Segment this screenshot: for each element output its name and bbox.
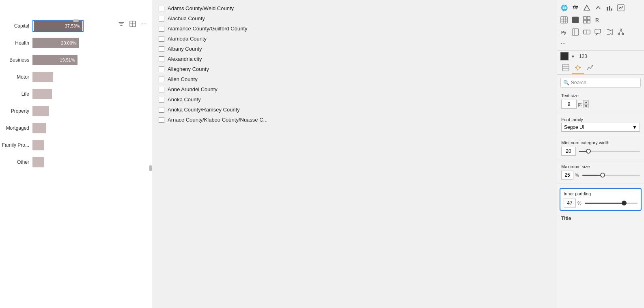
resize-handle-top[interactable]: [73, 19, 79, 22]
bar-life[interactable]: [32, 89, 52, 99]
svg-rect-6: [611, 9, 612, 11]
map-icon[interactable]: 🗺: [570, 2, 581, 13]
bar-chart-icon[interactable]: [604, 2, 615, 13]
min-category-section: Minimum category width: [557, 138, 644, 158]
number-badge: 123: [579, 53, 587, 59]
search-icon: 🔍: [563, 80, 569, 86]
text-size-up[interactable]: ▲: [583, 100, 589, 104]
max-size-thumb[interactable]: [600, 173, 605, 178]
svg-point-27: [622, 33, 624, 35]
fill-icon[interactable]: [570, 15, 581, 25]
bar-capital[interactable]: 37.53%: [34, 21, 82, 31]
svg-rect-17: [587, 20, 590, 23]
tab-analytics[interactable]: [584, 62, 596, 74]
county-checkbox-alexandria[interactable]: [159, 56, 164, 62]
max-size-input[interactable]: [561, 171, 573, 180]
bar-row-motor[interactable]: Motor: [0, 71, 148, 83]
county-item-allen[interactable]: Allen County: [157, 74, 552, 84]
county-item-alamance[interactable]: Alamance County/Guilford County: [157, 24, 552, 34]
chart2-icon[interactable]: [616, 2, 626, 13]
color-dropdown-arrow[interactable]: ▼: [571, 54, 575, 59]
font-family-dropdown[interactable]: Segoe UI ▼: [561, 123, 640, 132]
more-icons-dots[interactable]: ···: [559, 39, 642, 48]
county-checkbox-alachua[interactable]: [159, 16, 164, 21]
county-item-allegheny[interactable]: Allegheny County: [157, 64, 552, 74]
county-item-anoka[interactable]: Anoka County: [157, 94, 552, 105]
resize-handle-right[interactable]: [149, 165, 152, 171]
title-section: Title: [557, 213, 644, 225]
bar-business[interactable]: 19.51%: [32, 55, 78, 65]
county-checkbox-adams[interactable]: [159, 6, 164, 11]
bar-value-business: 19.51%: [60, 58, 75, 62]
bar-property[interactable]: [32, 106, 49, 116]
mountain-icon[interactable]: [582, 2, 592, 13]
python-icon[interactable]: Py: [559, 27, 569, 37]
bar-row-property[interactable]: Property: [0, 105, 148, 117]
decomp-icon[interactable]: [616, 27, 626, 37]
svg-rect-15: [587, 17, 590, 19]
bar-row-mortgaged[interactable]: Mortgaged: [0, 122, 148, 134]
county-label-allegheny: Allegheny County: [168, 66, 209, 72]
county-checkbox-anoka[interactable]: [159, 97, 164, 103]
inner-padding-slider[interactable]: [585, 203, 638, 204]
bar-row-business[interactable]: Business 19.51%: [0, 54, 148, 66]
bar-motor[interactable]: [32, 72, 53, 82]
bar-label-other: Other: [0, 159, 32, 165]
kpi-icon[interactable]: R: [593, 15, 603, 25]
county-item-anne-arundel[interactable]: Anne Arundel County: [157, 84, 552, 94]
svg-rect-30: [562, 64, 569, 71]
min-category-input[interactable]: [561, 147, 576, 156]
text-size-stepper[interactable]: ▲ ▼: [583, 100, 589, 108]
bubble-icon[interactable]: [593, 27, 603, 37]
min-category-thumb[interactable]: [586, 149, 591, 154]
text-size-label: Text size: [561, 93, 640, 98]
county-checkbox-albany[interactable]: [159, 46, 164, 52]
text-size-input[interactable]: [561, 100, 577, 109]
bar-row-health[interactable]: Health 20.00%: [0, 37, 148, 49]
inner-padding-thumb[interactable]: [622, 201, 627, 205]
search-input[interactable]: [571, 80, 638, 86]
county-item-alameda[interactable]: Alameda County: [157, 34, 552, 44]
county-label-alexandria: Alexandria city: [168, 56, 202, 62]
svg-point-26: [618, 33, 620, 35]
table2-icon[interactable]: [559, 15, 569, 25]
county-checkbox-anne-arundel[interactable]: [159, 87, 164, 92]
textbox-icon[interactable]: [582, 27, 592, 37]
bar-row-capital[interactable]: Capital 37.53%: [0, 20, 148, 32]
bar-other[interactable]: [32, 157, 44, 167]
bar-row-life[interactable]: Life: [0, 88, 148, 100]
color-swatch[interactable]: [560, 52, 569, 60]
bar-row-family[interactable]: Family Pro...: [0, 139, 148, 151]
county-item-adams[interactable]: Adams County/Weld County: [157, 3, 552, 13]
shape-icon[interactable]: [570, 27, 581, 37]
text-size-down[interactable]: ▼: [583, 104, 589, 108]
bar-health[interactable]: 20.00%: [32, 38, 79, 48]
inner-padding-input[interactable]: [564, 199, 576, 207]
bar-mortgaged[interactable]: [32, 123, 46, 133]
map2-icon[interactable]: [604, 27, 615, 37]
bar-label-capital: Capital: [0, 23, 32, 29]
county-checkbox-allen[interactable]: [159, 77, 164, 82]
bar-row-other[interactable]: Other: [0, 156, 148, 168]
county-checkbox-alameda[interactable]: [159, 36, 164, 42]
county-label-alachua: Alachua County: [168, 15, 205, 21]
county-checkbox-anoka-ramsey[interactable]: [159, 107, 164, 113]
arrow-up-icon[interactable]: [593, 2, 603, 13]
county-checkbox-allegheny[interactable]: [159, 66, 164, 72]
county-item-anoka-ramsey[interactable]: Anoka County/Ramsey County: [157, 105, 552, 115]
tab-format[interactable]: [572, 62, 584, 74]
county-item-albany[interactable]: Albany County: [157, 44, 552, 54]
bar-label-life: Life: [0, 91, 32, 97]
county-item-arnace[interactable]: Arnace County/Klaboo County/Nuasse C...: [157, 115, 552, 125]
county-item-alexandria[interactable]: Alexandria city: [157, 54, 552, 64]
max-size-slider[interactable]: [582, 175, 640, 176]
globe-icon[interactable]: 🌐: [559, 2, 569, 13]
min-category-slider[interactable]: [579, 151, 640, 152]
county-item-alachua[interactable]: Alachua County: [157, 13, 552, 24]
format-tabs: [557, 62, 644, 75]
bar-family[interactable]: [32, 140, 44, 150]
tab-fields[interactable]: [560, 62, 572, 74]
county-checkbox-arnace[interactable]: [159, 117, 164, 123]
matrix-icon[interactable]: [582, 15, 592, 25]
county-checkbox-alamance[interactable]: [159, 26, 164, 32]
